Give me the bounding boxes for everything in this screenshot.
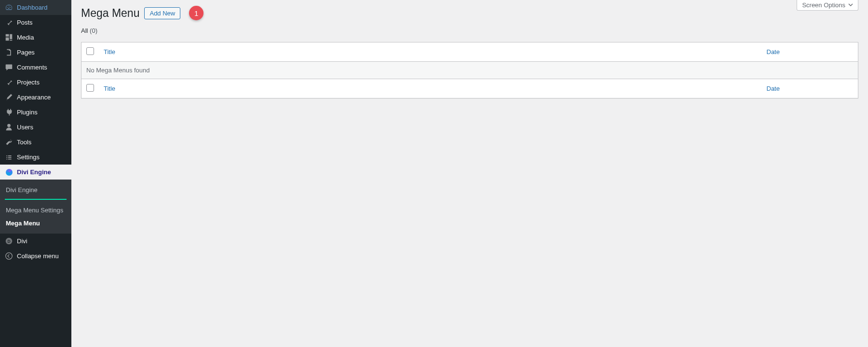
- empty-row: No Mega Menus found: [81, 62, 858, 79]
- chevron-down-icon: [848, 1, 853, 9]
- admin-sidebar: Dashboard Posts Media Pages Comments Pro…: [0, 0, 71, 347]
- sidebar-item-divi-engine[interactable]: Divi Engine: [0, 165, 71, 180]
- pin-icon: [5, 78, 13, 86]
- sidebar-item-media[interactable]: Media: [0, 30, 71, 45]
- sort-title-footer[interactable]: Title: [104, 85, 115, 92]
- plugin-icon: [5, 108, 13, 116]
- divi-icon: D: [5, 237, 13, 245]
- sidebar-item-users[interactable]: Users: [0, 120, 71, 135]
- sidebar-item-label: Projects: [17, 79, 40, 86]
- sort-title[interactable]: Title: [104, 48, 115, 56]
- sidebar-item-label: Divi Engine: [17, 168, 51, 176]
- select-all-checkbox[interactable]: [86, 47, 94, 55]
- screen-options-label: Screen Options: [802, 1, 845, 9]
- sidebar-item-label: Collapse menu: [17, 252, 59, 260]
- sidebar-item-label: Dashboard: [17, 4, 48, 11]
- svg-point-2: [6, 253, 13, 260]
- select-all-checkbox-footer[interactable]: [86, 84, 94, 92]
- select-all-header: [81, 42, 99, 62]
- sort-date-footer[interactable]: Date: [767, 85, 780, 92]
- filter-all[interactable]: All (0): [81, 27, 97, 34]
- screen-options-button[interactable]: Screen Options: [797, 0, 858, 11]
- submenu-divider: [5, 199, 67, 200]
- main-content: Screen Options Mega Menu Add New 1 All (…: [71, 0, 868, 347]
- sidebar-item-comments[interactable]: Comments: [0, 60, 71, 75]
- sidebar-item-pages[interactable]: Pages: [0, 45, 71, 60]
- sidebar-item-label: Plugins: [17, 109, 38, 116]
- sidebar-item-divi[interactable]: D Divi: [0, 234, 71, 249]
- page-icon: [5, 48, 13, 56]
- sidebar-item-label: Media: [17, 34, 34, 41]
- sidebar-item-label: Tools: [17, 139, 31, 146]
- sidebar-item-tools[interactable]: Tools: [0, 135, 71, 150]
- sidebar-item-label: Posts: [17, 19, 33, 26]
- callout-badge: 1: [189, 6, 203, 20]
- pin-icon: [5, 18, 13, 27]
- dashboard-icon: [5, 3, 13, 12]
- sidebar-item-appearance[interactable]: Appearance: [0, 90, 71, 105]
- sidebar-item-collapse[interactable]: Collapse menu: [0, 249, 71, 264]
- sidebar-item-label: Appearance: [17, 94, 51, 101]
- sidebar-item-label: Divi: [17, 237, 27, 245]
- sidebar-item-posts[interactable]: Posts: [0, 15, 71, 30]
- user-icon: [5, 123, 13, 131]
- sidebar-item-settings[interactable]: Settings: [0, 150, 71, 165]
- sidebar-submenu: Divi Engine Mega Menu Settings Mega Menu: [0, 180, 71, 234]
- svg-text:D: D: [7, 239, 10, 244]
- empty-message: No Mega Menus found: [81, 62, 858, 79]
- sidebar-item-label: Users: [17, 124, 33, 131]
- sidebar-item-dashboard[interactable]: Dashboard: [0, 0, 71, 15]
- collapse-icon: [5, 252, 13, 260]
- column-title-footer: Title: [99, 79, 762, 98]
- brush-icon: [5, 93, 13, 101]
- divi-engine-icon: [5, 168, 13, 176]
- add-new-button[interactable]: Add New: [144, 7, 180, 19]
- page-title: Mega Menu: [81, 7, 139, 20]
- select-all-footer: [81, 79, 99, 98]
- media-icon: [5, 33, 13, 42]
- column-date-footer: Date: [762, 79, 858, 98]
- sort-date[interactable]: Date: [767, 48, 780, 56]
- posts-table: Title Date No Mega Menus found Title Dat…: [81, 42, 858, 98]
- filter-links: All (0): [81, 27, 858, 34]
- submenu-item-mega-menu-settings[interactable]: Mega Menu Settings: [0, 204, 71, 217]
- sidebar-item-plugins[interactable]: Plugins: [0, 105, 71, 120]
- tools-icon: [5, 138, 13, 146]
- comment-icon: [5, 63, 13, 71]
- settings-icon: [5, 153, 13, 161]
- column-title-header: Title: [99, 42, 762, 62]
- sidebar-item-label: Pages: [17, 49, 35, 56]
- submenu-item-divi-engine[interactable]: Divi Engine: [0, 183, 71, 196]
- submenu-item-mega-menu[interactable]: Mega Menu: [0, 217, 71, 230]
- sidebar-item-label: Settings: [17, 153, 40, 161]
- sidebar-item-label: Comments: [17, 64, 47, 71]
- column-date-header: Date: [762, 42, 858, 62]
- page-header: Mega Menu Add New 1: [81, 0, 858, 20]
- sidebar-item-projects[interactable]: Projects: [0, 75, 71, 90]
